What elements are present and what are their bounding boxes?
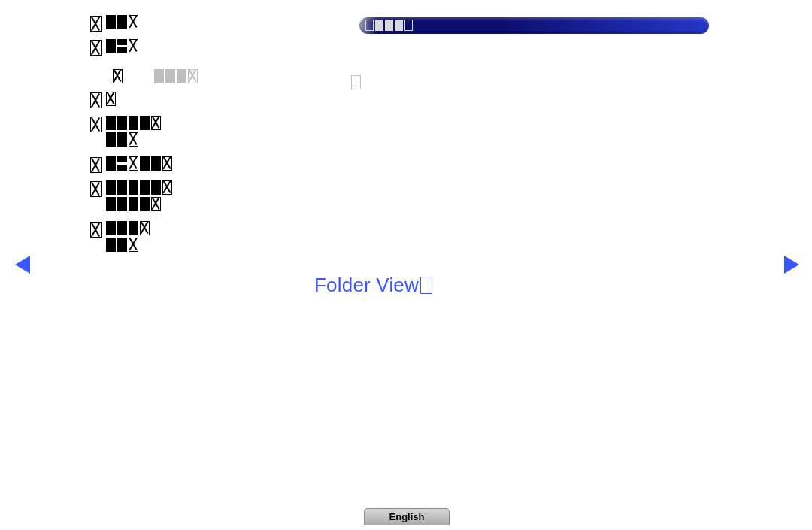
nav-item[interactable]	[90, 39, 301, 56]
nav-item[interactable]	[90, 156, 301, 173]
left-nav	[90, 15, 301, 262]
folder-view-text: Folder View	[314, 274, 419, 296]
language-button-label: English	[389, 511, 425, 522]
bullet-icon	[90, 16, 102, 32]
language-button[interactable]: English	[364, 508, 450, 525]
bullet-icon	[90, 40, 102, 56]
nav-sub-item[interactable]	[113, 69, 301, 86]
nav-item-glyphs	[106, 39, 140, 56]
folder-view-label: Folder View	[314, 274, 432, 297]
nav-item-glyphs	[106, 221, 151, 254]
bullet-icon	[90, 157, 102, 173]
nav-item-glyphs	[106, 156, 174, 173]
bullet-icon	[90, 117, 102, 132]
folder-view-trail-icon	[420, 277, 432, 294]
sub-item-value-marker	[351, 75, 361, 89]
nav-item-glyphs	[106, 15, 140, 32]
header-bar-glyphs	[365, 20, 414, 33]
nav-item[interactable]	[90, 116, 301, 149]
nav-item[interactable]	[90, 92, 301, 108]
bullet-icon	[90, 222, 102, 238]
nav-item[interactable]	[90, 221, 301, 254]
nav-sub-item-glyphs	[154, 69, 199, 86]
prev-page-arrow[interactable]	[15, 256, 30, 274]
nav-item-glyphs	[106, 180, 174, 214]
next-page-arrow[interactable]	[784, 256, 799, 274]
header-gradient-bar	[359, 17, 709, 34]
bullet-icon	[90, 181, 102, 197]
nav-item-glyphs	[106, 116, 162, 149]
nav-item-glyphs	[106, 92, 117, 108]
nav-item[interactable]	[90, 180, 301, 214]
bullet-icon	[113, 69, 123, 83]
bullet-icon	[90, 92, 102, 108]
nav-item[interactable]	[90, 15, 301, 32]
